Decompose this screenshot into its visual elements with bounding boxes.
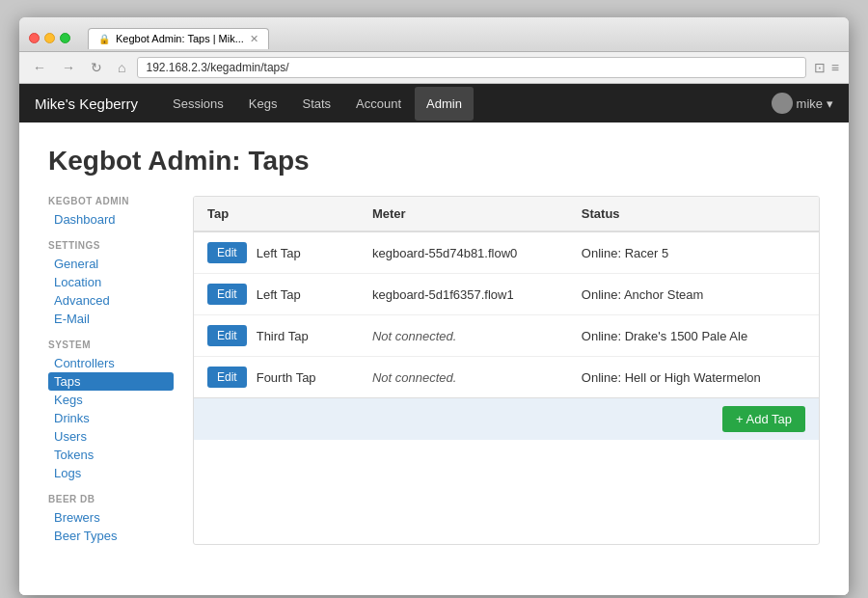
tab-close-icon[interactable]: ✕: [250, 33, 258, 45]
brand-name: Mike's Kegberry: [35, 95, 138, 112]
nav-kegs[interactable]: Kegs: [237, 87, 289, 121]
user-avatar: [772, 93, 793, 114]
minimize-button[interactable]: [44, 33, 55, 43]
traffic-lights: [29, 33, 70, 43]
tab-favicon: 🔒: [98, 34, 110, 44]
address-bar[interactable]: [137, 57, 805, 78]
home-button[interactable]: ⌂: [114, 58, 129, 77]
cast-icon: ⊡: [814, 60, 826, 75]
page-title: Kegbot Admin: Taps: [48, 146, 820, 177]
close-button[interactable]: [29, 33, 40, 43]
top-nav: Mike's Kegberry Sessions Kegs Stats Acco…: [19, 84, 849, 122]
status-cell: Online: Racer 5: [568, 231, 819, 274]
nav-account[interactable]: Account: [344, 87, 413, 121]
main-layout: KEGBOT ADMIN Dashboard SETTINGS General …: [48, 196, 820, 545]
sidebar-section-kegbot-admin: KEGBOT ADMIN: [48, 196, 174, 206]
not-connected-label: Not connected.: [372, 370, 456, 385]
tap-name: Left Tap: [257, 246, 301, 260]
table-footer: + Add Tap: [194, 397, 819, 440]
sidebar-item-taps[interactable]: Taps: [48, 372, 174, 391]
sidebar: KEGBOT ADMIN Dashboard SETTINGS General …: [48, 196, 174, 545]
sidebar-item-kegs[interactable]: Kegs: [48, 391, 174, 409]
sidebar-item-controllers[interactable]: Controllers: [48, 354, 174, 372]
sidebar-item-beer-types[interactable]: Beer Types: [48, 527, 174, 545]
meter-cell: kegboard-55d74b81.flow0: [359, 231, 568, 274]
meter-cell: Not connected.: [359, 357, 568, 398]
browser-titlebar: 🔒 Kegbot Admin: Taps | Mik... ✕: [19, 17, 849, 52]
edit-button[interactable]: Edit: [207, 284, 247, 305]
status-cell: Online: Anchor Steam: [568, 274, 819, 315]
tap-edit-cell: EditLeft Tap: [194, 274, 359, 314]
nav-admin[interactable]: Admin: [415, 87, 474, 121]
sidebar-item-brewers[interactable]: Brewers: [48, 508, 174, 527]
user-menu[interactable]: mike ▾: [772, 93, 833, 114]
user-dropdown-icon: ▾: [827, 96, 833, 111]
sidebar-item-logs[interactable]: Logs: [48, 464, 174, 482]
sidebar-item-dashboard[interactable]: Dashboard: [48, 210, 174, 229]
meter-cell: Not connected.: [359, 315, 568, 357]
tap-name: Fourth Tap: [257, 370, 316, 385]
tap-edit-cell: EditThird Tap: [194, 315, 359, 356]
col-status: Status: [568, 197, 819, 231]
nav-sessions[interactable]: Sessions: [161, 87, 235, 121]
nav-stats[interactable]: Stats: [290, 87, 342, 121]
page-body: Kegbot Admin: Taps KEGBOT ADMIN Dashboar…: [19, 122, 849, 595]
table-row: EditLeft Tapkegboard-55d74b81.flow0Onlin…: [194, 231, 819, 274]
edit-button[interactable]: Edit: [207, 242, 247, 263]
menu-icon[interactable]: ≡: [831, 60, 839, 75]
sidebar-section-settings: SETTINGS: [48, 240, 174, 251]
taps-table: Tap Meter Status EditLeft Tapkegboard-55…: [194, 197, 819, 397]
back-button[interactable]: ←: [29, 58, 50, 77]
content-area: Tap Meter Status EditLeft Tapkegboard-55…: [193, 196, 820, 545]
browser-window: 🔒 Kegbot Admin: Taps | Mik... ✕ ← → ↻ ⌂ …: [19, 17, 849, 595]
tap-name: Third Tap: [257, 329, 309, 343]
sidebar-item-tokens[interactable]: Tokens: [48, 446, 174, 464]
sidebar-section-system: SYSTEM: [48, 340, 174, 350]
meter-cell: kegboard-5d1f6357.flow1: [359, 274, 568, 315]
window-controls: ⊡ ≡: [814, 60, 839, 75]
sidebar-section-beerdb: BEER DB: [48, 494, 174, 504]
status-cell: Online: Drake's 1500 Pale Ale: [568, 315, 819, 357]
not-connected-label: Not connected.: [372, 329, 456, 343]
tap-edit-cell: EditLeft Tap: [194, 232, 359, 273]
app-content: Mike's Kegberry Sessions Kegs Stats Acco…: [19, 84, 849, 595]
table-row: EditThird TapNot connected.Online: Drake…: [194, 315, 819, 357]
maximize-button[interactable]: [60, 33, 70, 43]
tap-name: Left Tap: [257, 287, 301, 302]
table-row: EditLeft Tapkegboard-5d1f6357.flow1Onlin…: [194, 274, 819, 315]
sidebar-item-general[interactable]: General: [48, 255, 174, 273]
refresh-button[interactable]: ↻: [87, 58, 106, 77]
edit-button[interactable]: Edit: [207, 325, 247, 346]
sidebar-item-email[interactable]: E-Mail: [48, 310, 174, 328]
tab-title: Kegbot Admin: Taps | Mik...: [116, 33, 244, 44]
sidebar-item-drinks[interactable]: Drinks: [48, 409, 174, 427]
edit-button[interactable]: Edit: [207, 367, 247, 388]
tap-edit-cell: EditFourth Tap: [194, 357, 359, 397]
sidebar-item-advanced[interactable]: Advanced: [48, 291, 174, 310]
username-label: mike: [797, 96, 823, 111]
table-row: EditFourth TapNot connected.Online: Hell…: [194, 357, 819, 398]
sidebar-item-location[interactable]: Location: [48, 273, 174, 291]
col-meter: Meter: [359, 197, 568, 231]
nav-links: Sessions Kegs Stats Account Admin: [161, 87, 474, 121]
sidebar-item-users[interactable]: Users: [48, 427, 174, 446]
status-cell: Online: Hell or High Watermelon: [568, 357, 819, 398]
browser-tab[interactable]: 🔒 Kegbot Admin: Taps | Mik... ✕: [88, 28, 269, 49]
browser-toolbar: ← → ↻ ⌂ ⊡ ≡: [19, 52, 849, 84]
add-tap-button[interactable]: + Add Tap: [722, 406, 805, 432]
col-tap: Tap: [194, 197, 359, 231]
forward-button[interactable]: →: [58, 58, 79, 77]
